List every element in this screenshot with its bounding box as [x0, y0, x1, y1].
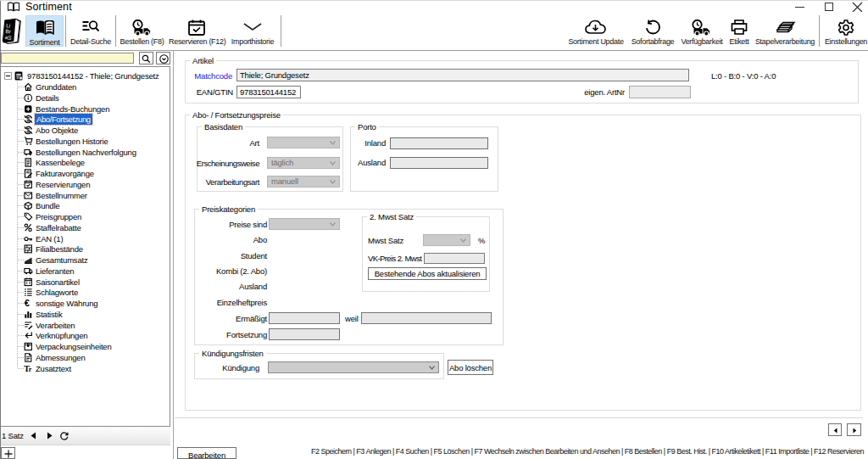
svg-text:€: €: [25, 299, 30, 308]
svg-text:r: r: [29, 366, 32, 373]
